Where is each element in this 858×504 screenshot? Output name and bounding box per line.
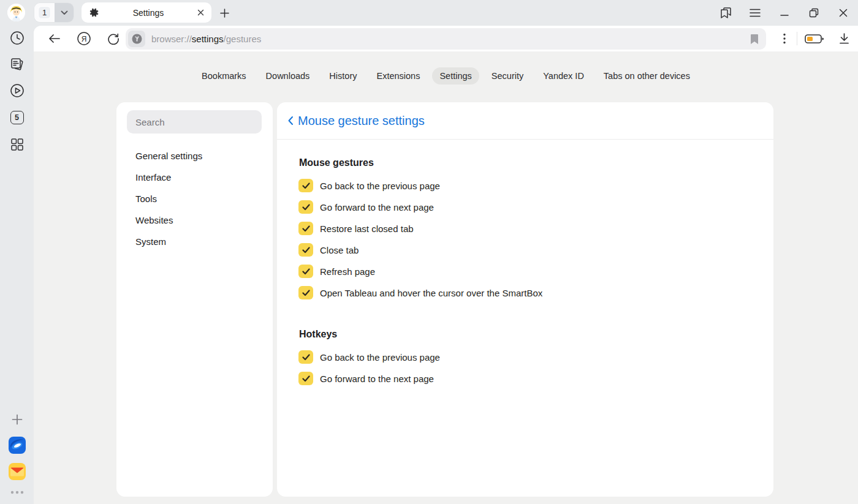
bookmarks-panel-icon [719,7,732,18]
refresh-icon [107,32,120,45]
gesture-row-open-tableau[interactable]: Open Tableau and hover the cursor over t… [298,285,542,300]
bookmark-page-button[interactable] [750,34,759,45]
close-icon [839,9,848,17]
yandex-home-button[interactable]: Я [72,28,96,50]
section-heading-mouse-gestures: Mouse gestures [299,157,374,168]
hotkey-label: Go back to the previous page [320,352,440,363]
section-heading-hotkeys: Hotkeys [299,329,337,340]
close-window-button[interactable] [829,0,858,26]
hotkey-row-go-back[interactable]: Go back to the previous page [298,350,440,364]
apps-grid-icon [10,138,24,151]
browser-app-shortcut[interactable] [0,435,34,455]
gesture-row-close-tab[interactable]: Close tab [298,243,359,257]
protect-badge[interactable] [128,31,145,47]
add-panel-item-button[interactable] [0,410,34,429]
checkbox-checked[interactable] [298,179,313,192]
checkbox-checked[interactable] [298,350,313,364]
settings-search-input[interactable] [127,110,262,134]
browser-side-rail: 5 [0,26,34,504]
tab-counter[interactable]: 1 [34,3,55,22]
history-button[interactable] [0,28,34,48]
gesture-row-restore-tab[interactable]: Restore last closed tab [298,221,414,236]
checkbox-checked[interactable] [298,200,313,214]
gesture-label: Restore last closed tab [320,224,414,234]
back-button[interactable] [42,28,67,50]
checkbox-checked[interactable] [298,222,313,235]
nav-tab-bookmarks[interactable]: Bookmarks [194,67,254,85]
battery-saver-button[interactable] [797,28,832,50]
bookmark-flag-icon [750,34,759,45]
tab-title: Settings [99,8,197,18]
hotkey-row-go-forward[interactable]: Go forward to the next page [298,371,434,386]
new-tab-button[interactable] [216,5,232,21]
sidebar-item-general-settings[interactable]: General settings [135,145,267,167]
restore-button[interactable] [799,0,829,26]
nav-tab-other-devices[interactable]: Tabs on other devices [596,67,697,85]
chevron-left-icon [287,116,294,126]
sidebar-item-interface[interactable]: Interface [135,167,267,188]
video-button[interactable] [0,81,34,100]
tab-counter-value: 1 [38,6,51,19]
checkbox-checked[interactable] [298,372,313,385]
nav-tab-downloads[interactable]: Downloads [259,67,317,85]
restore-window-icon [809,8,819,18]
page-title: Mouse gesture settings [298,114,425,128]
window-controls [711,0,858,26]
browser-tab-settings[interactable]: Settings [82,2,211,23]
tab-group-control[interactable]: 1 [34,3,74,22]
gesture-label: Open Tableau and hover the cursor over t… [320,288,542,298]
side-panel-button[interactable] [711,0,740,26]
tab-close-button[interactable] [197,9,204,16]
downloads-button[interactable] [832,28,856,50]
kebab-menu-icon [783,33,786,44]
nav-tab-settings[interactable]: Settings [432,67,479,85]
download-icon [839,33,849,44]
sidebar-item-websites[interactable]: Websites [135,209,267,231]
url-host: settings [192,34,224,44]
gesture-label: Go back to the previous page [320,181,440,191]
settings-page: Bookmarks Downloads History Extensions S… [34,51,858,504]
gesture-settings-header: Mouse gesture settings [277,102,773,140]
rail-more-button[interactable] [0,483,34,502]
extensions-menu-button[interactable] [772,28,797,50]
gesture-label: Go forward to the next page [320,202,434,213]
chevron-down-icon [61,10,68,15]
mail-app-shortcut[interactable] [0,462,34,481]
feed-button[interactable] [0,55,34,74]
nav-tab-extensions[interactable]: Extensions [369,67,427,85]
browser-menu-button[interactable] [740,0,770,26]
plus-icon [12,414,23,425]
apps-grid-button[interactable] [0,135,34,154]
battery-icon [805,34,824,44]
yandex-browser-app-icon [8,436,26,454]
hamburger-menu-icon [750,9,761,17]
back-to-settings-button[interactable] [287,116,294,126]
gesture-settings-card: Mouse gesture settings Mouse gestures Go… [277,102,773,497]
checkbox-checked[interactable] [298,265,313,278]
nav-tab-yandex-id[interactable]: Yandex ID [536,67,591,85]
sidebar-item-system[interactable]: System [135,231,267,252]
tabs-panel-button[interactable]: 5 [0,108,34,127]
sidebar-item-tools[interactable]: Tools [135,188,267,209]
minimize-button[interactable] [770,0,799,26]
nav-tab-security[interactable]: Security [484,67,531,85]
user-avatar[interactable] [7,4,25,21]
history-clock-icon [10,31,25,45]
pages-feed-icon [10,58,25,71]
gesture-row-refresh-page[interactable]: Refresh page [298,264,375,279]
checkbox-checked[interactable] [298,286,313,299]
url-scheme: browser:// [151,34,192,44]
gesture-row-go-forward[interactable]: Go forward to the next page [298,200,434,214]
checkbox-checked[interactable] [298,243,313,257]
toolbar-right-controls [772,26,856,51]
protect-shield-icon [132,34,142,44]
close-icon [197,9,204,16]
tab-list-chevron-button[interactable] [55,3,74,22]
address-bar[interactable]: browser://settings/gestures [126,28,766,50]
svg-text:Я: Я [82,35,87,43]
back-arrow-icon [48,34,61,43]
nav-tab-history[interactable]: History [322,67,364,85]
url-text[interactable]: browser://settings/gestures [151,34,750,44]
gesture-row-go-back[interactable]: Go back to the previous page [298,178,440,193]
refresh-button[interactable] [101,28,126,50]
